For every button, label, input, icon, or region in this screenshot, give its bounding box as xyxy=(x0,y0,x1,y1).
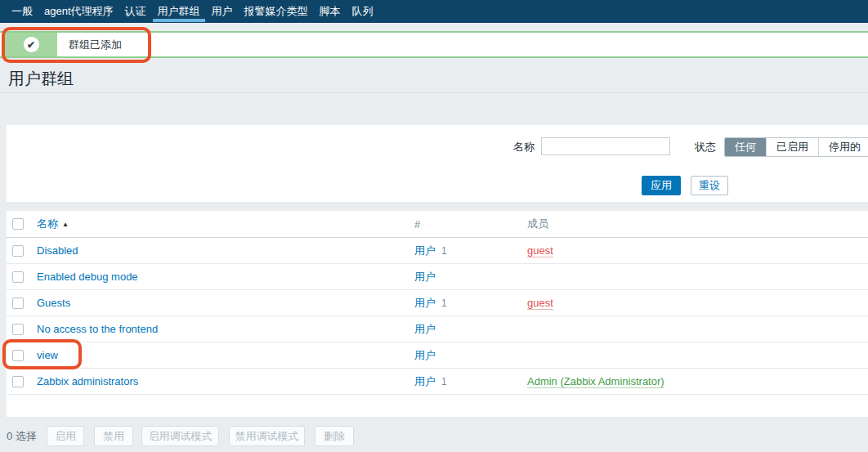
row-checkbox[interactable] xyxy=(12,324,24,335)
row-checkbox[interactable] xyxy=(12,245,24,257)
footer-button-启用[interactable]: 启用 xyxy=(47,426,84,446)
status-option-已启用[interactable]: 已启用 xyxy=(766,138,818,156)
footer-button-禁用[interactable]: 禁用 xyxy=(94,426,133,446)
users-link[interactable]: 用户 xyxy=(414,374,436,389)
nav-item-用户[interactable]: 用户 xyxy=(206,0,239,23)
filter-status-segmented-control: 任何已启用停用的 xyxy=(724,137,868,157)
table-row-view: view用户 xyxy=(7,342,868,369)
reset-button[interactable]: 重设 xyxy=(691,176,728,195)
apply-button[interactable]: 应用 xyxy=(642,176,681,195)
footer-button-启用调试模式[interactable]: 启用调试模式 xyxy=(141,426,219,446)
row-checkbox[interactable] xyxy=(12,350,24,361)
nav-item-一般[interactable]: 一般 xyxy=(6,0,38,23)
group-name-link[interactable]: view xyxy=(37,349,58,361)
nav-item-报警媒介类型[interactable]: 报警媒介类型 xyxy=(239,0,314,23)
selected-count-text: 0 选择 xyxy=(7,426,37,446)
column-header-name[interactable]: 名称 xyxy=(37,217,58,231)
select-all-checkbox[interactable] xyxy=(12,218,24,230)
column-header-count: # xyxy=(414,211,420,237)
sort-ascending-icon: ▲ xyxy=(62,221,69,228)
users-link[interactable]: 用户 xyxy=(414,270,436,284)
filter-name-input[interactable] xyxy=(541,137,670,155)
group-name-link[interactable]: Guests xyxy=(37,297,70,309)
table-row-No access to the frontend: No access to the frontend用户 xyxy=(7,316,868,342)
table-row-Zabbix administrators: Zabbix administrators用户1Admin (Zabbix Ad… xyxy=(7,369,868,395)
users-link[interactable]: 用户 xyxy=(414,296,436,311)
status-option-停用的[interactable]: 停用的 xyxy=(818,138,868,156)
nav-item-agent代理程序[interactable]: agent代理程序 xyxy=(38,0,119,23)
table-row-Disabled: Disabled用户1guest xyxy=(7,238,868,264)
row-checkbox[interactable] xyxy=(12,376,24,387)
filter-status-label: 状态 xyxy=(695,138,716,156)
table-header-row: 名称 ▲ # 成员 xyxy=(7,211,868,238)
nav-item-脚本[interactable]: 脚本 xyxy=(314,0,347,23)
member-user-link[interactable]: Admin (Zabbix Administrator) xyxy=(527,375,664,388)
nav-item-认证[interactable]: 认证 xyxy=(119,0,152,23)
success-icon-box: ✔ xyxy=(5,33,57,56)
group-name-link[interactable]: Enabled debug mode xyxy=(37,271,138,283)
footer-button-删除[interactable]: 删除 xyxy=(315,426,354,446)
user-count: 1 xyxy=(441,245,447,257)
table-row-Guests: Guests用户1guest xyxy=(7,290,868,316)
page-title: 用户群组 xyxy=(8,68,74,90)
users-link[interactable]: 用户 xyxy=(414,322,436,337)
footer-button-禁用调试模式[interactable]: 禁用调试模式 xyxy=(229,426,305,446)
member-user-link[interactable]: guest xyxy=(527,297,553,310)
filter-name-label: 名称 xyxy=(513,138,535,156)
users-link[interactable]: 用户 xyxy=(414,348,436,363)
group-name-link[interactable]: Disabled xyxy=(37,244,78,257)
user-count: 1 xyxy=(441,376,447,387)
group-name-link[interactable]: Zabbix administrators xyxy=(37,375,138,387)
row-checkbox[interactable] xyxy=(12,298,24,309)
user-count: 1 xyxy=(441,298,447,309)
success-message-bar: ✔ 群组已添加 xyxy=(0,31,868,58)
filter-panel: 名称 状态 任何已启用停用的 应用 重设 xyxy=(7,125,868,202)
status-option-任何[interactable]: 任何 xyxy=(725,138,766,156)
title-divider xyxy=(0,92,868,93)
table-row-Enabled debug mode: Enabled debug mode用户 xyxy=(7,264,868,290)
users-link[interactable]: 用户 xyxy=(414,244,436,258)
check-circle-icon: ✔ xyxy=(24,37,39,52)
group-name-link[interactable]: No access to the frontend xyxy=(37,323,158,335)
nav-item-用户群组[interactable]: 用户群组 xyxy=(152,0,206,23)
nav-item-队列[interactable]: 队列 xyxy=(347,0,379,23)
member-user-link[interactable]: guest xyxy=(527,244,553,257)
row-checkbox[interactable] xyxy=(12,271,24,283)
user-groups-table: 名称 ▲ # 成员 Disabled用户1guestEnabled debug … xyxy=(7,211,868,417)
success-message-text: 群组已添加 xyxy=(69,33,122,56)
column-header-members: 成员 xyxy=(527,211,548,237)
top-nav: 一般agent代理程序认证用户群组用户报警媒介类型脚本队列 xyxy=(0,0,868,23)
